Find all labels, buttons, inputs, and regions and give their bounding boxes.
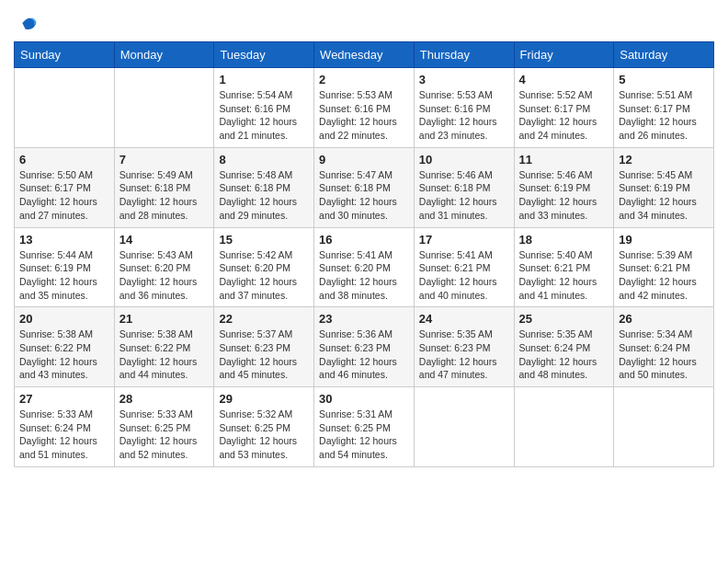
header xyxy=(14,14,714,32)
day-info: Sunrise: 5:35 AM Sunset: 6:24 PM Dayligh… xyxy=(519,327,609,382)
day-info: Sunrise: 5:32 AM Sunset: 6:25 PM Dayligh… xyxy=(219,408,309,462)
day-number: 30 xyxy=(319,392,409,406)
calendar-cell: 3Sunrise: 5:53 AM Sunset: 6:16 PM Daylig… xyxy=(414,68,514,148)
calendar-cell: 29Sunrise: 5:32 AM Sunset: 6:25 PM Dayli… xyxy=(214,387,314,467)
day-info: Sunrise: 5:53 AM Sunset: 6:16 PM Dayligh… xyxy=(419,88,509,143)
day-number: 2 xyxy=(319,73,409,86)
calendar-cell: 10Sunrise: 5:46 AM Sunset: 6:18 PM Dayli… xyxy=(414,147,514,227)
day-header-tuesday: Tuesday xyxy=(214,42,314,68)
day-number: 24 xyxy=(419,312,509,326)
day-number: 26 xyxy=(619,312,709,326)
day-info: Sunrise: 5:54 AM Sunset: 6:16 PM Dayligh… xyxy=(219,88,309,143)
week-row-4: 20Sunrise: 5:38 AM Sunset: 6:22 PM Dayli… xyxy=(15,307,714,387)
day-header-wednesday: Wednesday xyxy=(314,42,415,68)
day-info: Sunrise: 5:33 AM Sunset: 6:25 PM Dayligh… xyxy=(119,408,210,462)
day-info: Sunrise: 5:44 AM Sunset: 6:19 PM Dayligh… xyxy=(19,248,109,303)
day-number: 27 xyxy=(19,392,109,406)
day-number: 3 xyxy=(419,73,509,86)
calendar-cell: 12Sunrise: 5:45 AM Sunset: 6:19 PM Dayli… xyxy=(614,147,714,227)
day-info: Sunrise: 5:45 AM Sunset: 6:19 PM Dayligh… xyxy=(619,168,709,223)
calendar-cell: 13Sunrise: 5:44 AM Sunset: 6:19 PM Dayli… xyxy=(15,227,115,307)
calendar-cell: 2Sunrise: 5:53 AM Sunset: 6:16 PM Daylig… xyxy=(314,68,415,148)
calendar-cell: 9Sunrise: 5:47 AM Sunset: 6:18 PM Daylig… xyxy=(314,147,415,227)
day-number: 19 xyxy=(619,233,709,247)
day-info: Sunrise: 5:46 AM Sunset: 6:18 PM Dayligh… xyxy=(419,168,509,223)
calendar-cell: 19Sunrise: 5:39 AM Sunset: 6:21 PM Dayli… xyxy=(614,227,714,307)
week-row-5: 27Sunrise: 5:33 AM Sunset: 6:24 PM Dayli… xyxy=(15,387,714,467)
calendar-cell xyxy=(614,387,714,467)
day-number: 1 xyxy=(219,73,309,86)
day-info: Sunrise: 5:41 AM Sunset: 6:20 PM Dayligh… xyxy=(319,248,409,303)
calendar-cell: 24Sunrise: 5:35 AM Sunset: 6:23 PM Dayli… xyxy=(414,307,514,387)
calendar-cell: 20Sunrise: 5:38 AM Sunset: 6:22 PM Dayli… xyxy=(15,307,115,387)
day-number: 28 xyxy=(119,392,210,406)
day-info: Sunrise: 5:38 AM Sunset: 6:22 PM Dayligh… xyxy=(19,327,109,382)
calendar-cell xyxy=(114,68,214,148)
day-header-friday: Friday xyxy=(514,42,614,68)
calendar-cell: 18Sunrise: 5:40 AM Sunset: 6:21 PM Dayli… xyxy=(514,227,614,307)
calendar-cell: 28Sunrise: 5:33 AM Sunset: 6:25 PM Dayli… xyxy=(114,387,214,467)
day-number: 5 xyxy=(619,73,709,86)
day-info: Sunrise: 5:52 AM Sunset: 6:17 PM Dayligh… xyxy=(519,88,609,143)
logo-icon xyxy=(19,14,38,32)
calendar-cell: 15Sunrise: 5:42 AM Sunset: 6:20 PM Dayli… xyxy=(214,227,314,307)
calendar-cell: 8Sunrise: 5:48 AM Sunset: 6:18 PM Daylig… xyxy=(214,147,314,227)
day-number: 25 xyxy=(519,312,609,326)
day-info: Sunrise: 5:50 AM Sunset: 6:17 PM Dayligh… xyxy=(19,168,109,223)
calendar-cell: 7Sunrise: 5:49 AM Sunset: 6:18 PM Daylig… xyxy=(114,147,214,227)
day-info: Sunrise: 5:42 AM Sunset: 6:20 PM Dayligh… xyxy=(219,248,309,303)
calendar-cell: 11Sunrise: 5:46 AM Sunset: 6:19 PM Dayli… xyxy=(514,147,614,227)
day-info: Sunrise: 5:34 AM Sunset: 6:24 PM Dayligh… xyxy=(619,327,709,382)
day-number: 4 xyxy=(519,73,609,86)
calendar-cell: 1Sunrise: 5:54 AM Sunset: 6:16 PM Daylig… xyxy=(214,68,314,148)
day-number: 8 xyxy=(219,153,309,167)
day-number: 7 xyxy=(119,153,210,167)
calendar-cell xyxy=(414,387,514,467)
day-info: Sunrise: 5:33 AM Sunset: 6:24 PM Dayligh… xyxy=(19,408,109,462)
calendar-cell: 21Sunrise: 5:38 AM Sunset: 6:22 PM Dayli… xyxy=(114,307,214,387)
day-info: Sunrise: 5:47 AM Sunset: 6:18 PM Dayligh… xyxy=(319,168,409,223)
calendar-cell: 25Sunrise: 5:35 AM Sunset: 6:24 PM Dayli… xyxy=(514,307,614,387)
day-header-monday: Monday xyxy=(114,42,214,68)
day-number: 22 xyxy=(219,312,309,326)
day-info: Sunrise: 5:53 AM Sunset: 6:16 PM Dayligh… xyxy=(319,88,409,143)
day-number: 10 xyxy=(419,153,509,167)
day-info: Sunrise: 5:38 AM Sunset: 6:22 PM Dayligh… xyxy=(119,327,210,382)
day-number: 11 xyxy=(519,153,609,167)
day-number: 13 xyxy=(19,233,109,247)
logo xyxy=(14,14,38,32)
calendar-cell xyxy=(514,387,614,467)
day-header-saturday: Saturday xyxy=(614,42,714,68)
days-header-row: SundayMondayTuesdayWednesdayThursdayFrid… xyxy=(15,42,714,68)
week-row-1: 1Sunrise: 5:54 AM Sunset: 6:16 PM Daylig… xyxy=(15,68,714,148)
day-number: 23 xyxy=(319,312,409,326)
day-number: 16 xyxy=(319,233,409,247)
calendar-cell: 23Sunrise: 5:36 AM Sunset: 6:23 PM Dayli… xyxy=(314,307,415,387)
calendar-cell: 30Sunrise: 5:31 AM Sunset: 6:25 PM Dayli… xyxy=(314,387,415,467)
day-number: 12 xyxy=(619,153,709,167)
day-number: 14 xyxy=(119,233,210,247)
day-number: 6 xyxy=(19,153,109,167)
day-info: Sunrise: 5:43 AM Sunset: 6:20 PM Dayligh… xyxy=(119,248,210,303)
day-info: Sunrise: 5:31 AM Sunset: 6:25 PM Dayligh… xyxy=(319,408,409,462)
day-info: Sunrise: 5:48 AM Sunset: 6:18 PM Dayligh… xyxy=(219,168,309,223)
day-info: Sunrise: 5:46 AM Sunset: 6:19 PM Dayligh… xyxy=(519,168,609,223)
day-number: 17 xyxy=(419,233,509,247)
calendar-cell: 14Sunrise: 5:43 AM Sunset: 6:20 PM Dayli… xyxy=(114,227,214,307)
calendar-cell: 5Sunrise: 5:51 AM Sunset: 6:17 PM Daylig… xyxy=(614,68,714,148)
day-number: 21 xyxy=(119,312,210,326)
day-number: 9 xyxy=(319,153,409,167)
calendar-cell: 17Sunrise: 5:41 AM Sunset: 6:21 PM Dayli… xyxy=(414,227,514,307)
calendar-cell: 26Sunrise: 5:34 AM Sunset: 6:24 PM Dayli… xyxy=(614,307,714,387)
calendar-cell xyxy=(15,68,115,148)
day-info: Sunrise: 5:51 AM Sunset: 6:17 PM Dayligh… xyxy=(619,88,709,143)
calendar-cell: 4Sunrise: 5:52 AM Sunset: 6:17 PM Daylig… xyxy=(514,68,614,148)
day-header-thursday: Thursday xyxy=(414,42,514,68)
calendar-cell: 27Sunrise: 5:33 AM Sunset: 6:24 PM Dayli… xyxy=(15,387,115,467)
day-info: Sunrise: 5:41 AM Sunset: 6:21 PM Dayligh… xyxy=(419,248,509,303)
calendar-table: SundayMondayTuesdayWednesdayThursdayFrid… xyxy=(14,41,714,467)
calendar-cell: 6Sunrise: 5:50 AM Sunset: 6:17 PM Daylig… xyxy=(15,147,115,227)
week-row-3: 13Sunrise: 5:44 AM Sunset: 6:19 PM Dayli… xyxy=(15,227,714,307)
day-number: 20 xyxy=(19,312,109,326)
calendar-cell: 16Sunrise: 5:41 AM Sunset: 6:20 PM Dayli… xyxy=(314,227,415,307)
